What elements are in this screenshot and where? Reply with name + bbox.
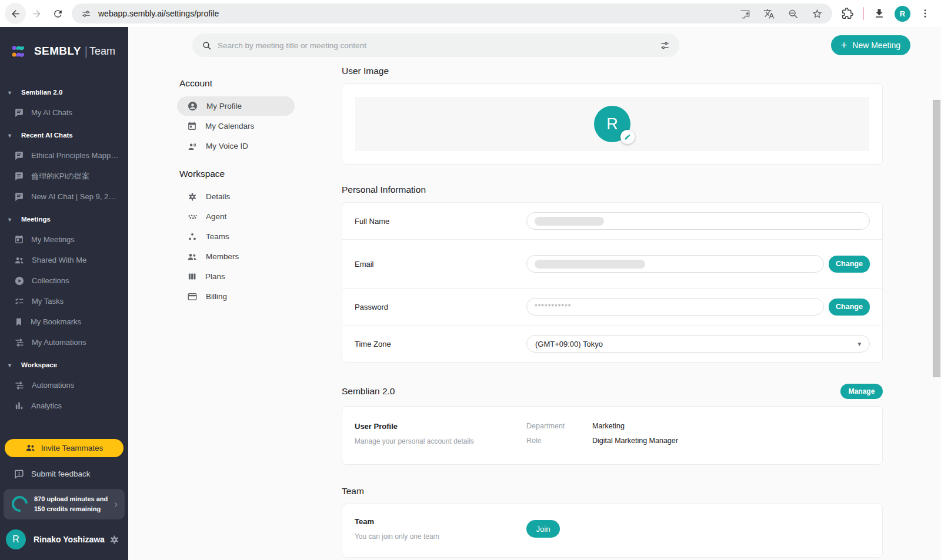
nav-item-agent[interactable]: Agent <box>177 207 295 226</box>
install-app-icon[interactable] <box>739 8 750 19</box>
url-text: webapp.sembly.ai/settings/profile <box>98 9 739 18</box>
profile-panel: User Image R Personal Information <box>342 66 883 558</box>
sidebar-item-my-automations[interactable]: My Automations <box>0 332 128 353</box>
omnibox-actions <box>739 8 823 19</box>
nav-item-my-voice-id[interactable]: My Voice ID <box>177 136 295 156</box>
browser-menu-icon[interactable] <box>920 8 930 19</box>
full-name-input[interactable] <box>526 212 870 230</box>
nav-item-my-calendars[interactable]: My Calendars <box>177 116 295 136</box>
automation-icon <box>14 337 25 348</box>
address-bar[interactable]: webapp.sembly.ai/settings/profile <box>72 4 832 24</box>
nav-item-billing[interactable]: Billing <box>177 287 295 306</box>
site-settings-icon[interactable] <box>81 9 91 19</box>
sidebar-user-row[interactable]: R Rinako Yoshizawa <box>0 523 128 560</box>
brand-separator: | <box>85 45 88 58</box>
scrollbar-thumb[interactable] <box>933 100 940 377</box>
search-input[interactable] <box>218 41 660 50</box>
edit-avatar-button[interactable] <box>620 130 635 144</box>
user-name: Rinako Yoshizawa <box>34 535 109 544</box>
downloads-icon[interactable] <box>873 8 885 19</box>
credit-card-icon <box>187 291 198 302</box>
user-avatar[interactable]: R <box>6 529 26 549</box>
sidebar-item-analytics[interactable]: Analytics <box>0 395 128 416</box>
team-card-subtitle: You can join only one team <box>355 532 526 541</box>
sidebar-section-workspace[interactable]: ▾ Workspace <box>0 355 128 375</box>
sidebar-item-chat-new[interactable]: New AI Chat | Sep 9, 2025… <box>0 186 128 207</box>
credits-progress-ring-icon <box>8 493 31 515</box>
sidebar-item-collections[interactable]: Collections <box>0 270 128 291</box>
brand-product: Team <box>89 45 115 58</box>
password-input[interactable] <box>526 298 824 316</box>
columns-icon <box>187 271 197 281</box>
credits-remaining-card[interactable]: 870 upload minutes and 150 credits remai… <box>4 489 125 519</box>
nav-item-details[interactable]: Details <box>177 187 295 206</box>
nav-item-my-profile[interactable]: My Profile <box>177 96 295 116</box>
person-circle-icon <box>187 100 198 112</box>
search-icon <box>202 41 212 51</box>
translate-icon[interactable] <box>763 8 775 19</box>
teams-dots-icon <box>187 232 198 242</box>
sidebar-item-chat-kpi[interactable]: 倫理的KPIの提案 <box>0 166 128 186</box>
sidebar-item-my-tasks[interactable]: My Tasks <box>0 291 128 311</box>
invite-teammates-button[interactable]: Invite Teammates <box>5 439 124 457</box>
sidebar-section-semblian[interactable]: ▾ Semblian 2.0 <box>0 82 128 102</box>
people-icon <box>25 442 36 453</box>
team-card-title: Team <box>355 517 526 526</box>
sidebar-section-recent-ai-chats[interactable]: ▾ Recent AI Chats <box>0 125 128 145</box>
email-input[interactable] <box>526 255 824 273</box>
settings-content: Account My Profile My Calendars My Voice… <box>128 57 941 558</box>
change-email-button[interactable]: Change <box>829 256 870 273</box>
search-filter-icon[interactable] <box>660 41 670 51</box>
browser-profile-avatar[interactable]: R <box>895 6 910 22</box>
user-image-heading: User Image <box>342 66 883 76</box>
full-name-label: Full Name <box>355 217 526 226</box>
zoom-icon[interactable] <box>787 8 799 19</box>
sidebar-item-automations[interactable]: Automations <box>0 375 128 395</box>
team-card: Team You can join only one team Join <box>342 504 883 558</box>
password-label: Password <box>355 303 526 311</box>
sembly-logo-mark-icon <box>9 43 29 59</box>
semblian-card: User Profile Manage your personal accoun… <box>342 406 883 465</box>
gear-icon[interactable] <box>109 534 120 545</box>
submit-feedback-button[interactable]: Submit feedback <box>0 463 128 485</box>
manage-semblian-button[interactable]: Manage <box>840 384 883 399</box>
user-profile-subtitle: Manage your personal account details <box>355 437 526 445</box>
time-zone-select[interactable]: (GMT+09:00) Tokyo ▾ <box>526 335 870 353</box>
profile-avatar[interactable]: R <box>594 106 630 142</box>
sidebar-item-chat-ethical[interactable]: Ethical Principles Mappin… <box>0 145 128 166</box>
sidebar-item-my-ai-chats[interactable]: My AI Chats <box>0 102 128 123</box>
checklist-icon <box>14 296 25 307</box>
change-password-button[interactable]: Change <box>829 299 870 316</box>
bookmark-star-icon[interactable] <box>812 8 823 19</box>
sidebar-item-shared-with-me[interactable]: Shared With Me <box>0 250 128 270</box>
nav-item-plans[interactable]: Plans <box>177 267 295 286</box>
redacted-value <box>535 260 645 269</box>
join-team-button[interactable]: Join <box>526 520 560 538</box>
bookmark-icon <box>14 317 24 327</box>
people-icon <box>14 255 25 266</box>
sidebar-section-meetings[interactable]: ▾ Meetings <box>0 209 128 229</box>
redacted-value <box>535 217 604 226</box>
gear-icon <box>187 192 198 202</box>
extensions-icon[interactable] <box>842 8 853 19</box>
voice-id-icon <box>187 141 198 152</box>
nav-item-teams[interactable]: Teams <box>177 227 295 246</box>
sidebar-item-my-bookmarks[interactable]: My Bookmarks <box>0 311 128 332</box>
account-section-heading: Account <box>179 78 328 89</box>
analytics-icon <box>14 401 24 411</box>
chevron-down-icon: ▾ <box>857 340 861 348</box>
new-meeting-button[interactable]: + New Meeting <box>831 35 910 55</box>
arrow-forward-icon <box>31 8 42 19</box>
settings-nav: Account My Profile My Calendars My Voice… <box>177 66 328 558</box>
chat-icon <box>14 150 24 160</box>
browser-reload-button[interactable] <box>47 3 68 24</box>
search-bar[interactable] <box>192 33 679 57</box>
credits-text: 870 upload minutes and 150 credits remai… <box>34 494 114 514</box>
browser-back-button[interactable] <box>5 3 26 24</box>
nav-item-members[interactable]: Members <box>177 247 295 266</box>
toolbar-right: R <box>836 6 936 22</box>
sembly-logo[interactable]: SEMBLY | Team <box>0 27 128 59</box>
reload-icon <box>52 8 64 19</box>
browser-forward-button[interactable] <box>26 3 47 24</box>
sidebar-item-my-meetings[interactable]: My Meetings <box>0 229 128 250</box>
